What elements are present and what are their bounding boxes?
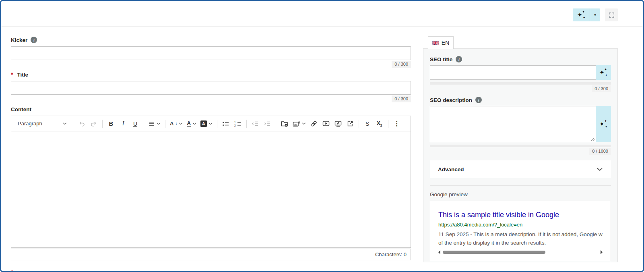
numbered-list-button[interactable] (232, 118, 244, 129)
undo-icon (78, 120, 85, 127)
tab-locale-en[interactable]: EN (428, 36, 454, 49)
toolbar-separator (144, 120, 144, 128)
seo-title-progress (430, 82, 611, 85)
seo-description-counter: 0 / 1000 (589, 148, 611, 155)
google-result-url: https://a80.4media.com/?_locale=en (438, 222, 603, 228)
advanced-section-toggle[interactable]: Advanced (430, 160, 611, 178)
insert-media-embed-button[interactable] (332, 118, 344, 129)
numbered-list-icon (234, 121, 242, 127)
title-input[interactable] (11, 81, 411, 95)
seo-title-ai-button[interactable]: ✦✦✦ (596, 65, 611, 80)
ai-generate-dropdown[interactable]: ▼ (590, 8, 600, 21)
media-embed-icon (334, 120, 342, 127)
seo-title-input[interactable] (430, 65, 596, 80)
entry-editor-page: ✦✦✦ ▼ Kicker i 0 / 300 * Title 0 / 300 (0, 0, 644, 272)
insert-external-content-button[interactable] (345, 118, 356, 129)
seo-description-info-icon[interactable]: i (475, 97, 482, 103)
editor-statusbar: Characters: 0 (11, 249, 411, 260)
more-toolbar-items-button[interactable]: ⋮ (391, 118, 402, 129)
indent-icon (264, 121, 271, 127)
seo-description-label: SEO description (430, 97, 472, 103)
seo-title-counter: 0 / 300 (592, 85, 611, 92)
font-background-color-dropdown[interactable]: A (199, 118, 214, 129)
undo-button[interactable] (76, 118, 87, 129)
scrollbar-thumb[interactable] (443, 251, 545, 254)
chevron-down-icon (597, 168, 603, 171)
chevron-down-icon (208, 123, 213, 125)
title-label: Title (17, 72, 28, 78)
title-required-asterisk: * (11, 71, 13, 78)
redo-icon (90, 120, 97, 127)
subscript-button[interactable]: X2 (374, 118, 385, 129)
up-down-arrow-icon: ↕ (175, 121, 177, 126)
toolbar-separator (102, 120, 103, 128)
fullscreen-icon (609, 12, 615, 18)
video-icon (322, 120, 330, 127)
bulleted-list-button[interactable] (220, 118, 231, 129)
paragraph-style-dropdown[interactable]: Paragraph (14, 118, 70, 129)
seo-panel: EN SEO title i ✦✦✦ 0 / 300 SEO descripti… (423, 36, 618, 262)
chevron-down-icon (179, 123, 183, 125)
tab-label: EN (442, 39, 449, 46)
kicker-info-icon[interactable]: i (31, 37, 37, 43)
fullscreen-button[interactable] (605, 8, 618, 21)
font-color-dropdown[interactable]: A (185, 118, 198, 129)
toolbar-separator (276, 120, 276, 128)
toolbar-separator (165, 120, 165, 128)
title-counter: 0 / 300 (392, 96, 411, 102)
external-link-icon (347, 120, 353, 127)
seo-description-progress (430, 145, 611, 147)
chevron-down-icon (302, 123, 306, 125)
folder-add-icon (281, 120, 288, 127)
caret-down-icon: ▼ (594, 13, 597, 17)
insert-link-button[interactable] (308, 118, 320, 129)
ai-generate-button[interactable]: ✦✦✦ (573, 8, 590, 21)
seo-title-info-icon[interactable]: i (456, 56, 462, 62)
google-preview-label: Google preview (430, 191, 611, 197)
google-result-description: 11 Sep 2025 - This is a meta description… (438, 230, 603, 247)
chevron-down-icon (157, 123, 161, 125)
ai-sparkles-icon: ✦✦✦ (599, 69, 607, 77)
font-size-dropdown[interactable]: A↕ (168, 118, 184, 129)
seo-panel-body: SEO title i ✦✦✦ 0 / 300 SEO description … (423, 48, 618, 262)
link-icon (311, 120, 317, 127)
scroll-right-arrow-icon[interactable] (601, 250, 603, 254)
ai-sparkles-icon: ✦✦✦ (599, 120, 607, 128)
content-editable-area[interactable] (11, 131, 411, 247)
toolbar-separator (73, 120, 73, 128)
insert-video-button[interactable] (320, 118, 332, 129)
bold-button[interactable]: B (105, 118, 117, 129)
toolbar-separator (359, 120, 359, 128)
preview-horizontal-scrollbar[interactable] (438, 250, 603, 255)
outdent-button[interactable] (250, 118, 261, 129)
image-upload-icon (293, 120, 300, 127)
insert-from-library-button[interactable] (279, 118, 290, 129)
content-label: Content (11, 106, 31, 112)
seo-description-textarea[interactable] (430, 106, 596, 142)
italic-button[interactable]: I (118, 118, 129, 129)
redo-button[interactable] (88, 118, 99, 129)
text-alignment-dropdown[interactable] (147, 118, 162, 129)
toolbar-separator (246, 120, 247, 128)
clipped-next-field-label: * (11, 269, 411, 272)
top-toolbar: ✦✦✦ ▼ (1, 1, 643, 27)
scroll-left-arrow-icon[interactable] (438, 250, 440, 254)
toolbar-separator (388, 120, 388, 128)
clipped-required-asterisk: * (11, 269, 13, 272)
seo-title-label: SEO title (430, 56, 452, 62)
seo-description-ai-button[interactable]: ✦✦✦ (596, 106, 611, 142)
outdent-icon (252, 121, 259, 127)
ai-generate-split-button[interactable]: ✦✦✦ ▼ (573, 8, 600, 21)
toolbar-separator (217, 120, 217, 128)
indent-button[interactable] (262, 118, 273, 129)
entry-form: Kicker i 0 / 300 * Title 0 / 300 Content… (11, 36, 411, 272)
rich-text-editor: Paragraph B I U A↕ (11, 116, 411, 248)
chevron-down-icon (63, 123, 67, 125)
insert-image-dropdown[interactable] (291, 118, 308, 129)
advanced-label: Advanced (438, 166, 464, 172)
kicker-counter: 0 / 300 (392, 61, 411, 68)
strikethrough-button[interactable]: S (362, 118, 373, 129)
kicker-label: Kicker (11, 37, 27, 43)
kicker-input[interactable] (11, 46, 411, 60)
underline-button[interactable]: U (130, 118, 141, 129)
